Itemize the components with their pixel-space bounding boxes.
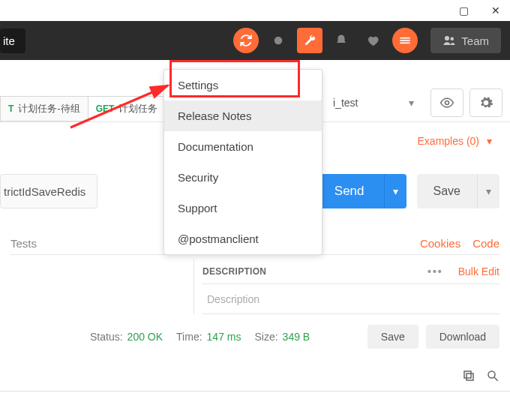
sync-icon[interactable] [233, 28, 259, 53]
svg-line-11 [70, 86, 168, 128]
svg-rect-3 [400, 43, 410, 44]
bell-icon[interactable] [328, 28, 354, 53]
code-link[interactable]: Code [472, 237, 500, 250]
environment-select[interactable]: i_test ▾ [322, 88, 424, 117]
time-value: 147 ms [207, 331, 242, 343]
window-maximize-icon[interactable]: ▢ [459, 4, 469, 16]
menu-item-release-notes[interactable]: Release Notes [164, 100, 322, 131]
chevron-down-icon: ▾ [487, 135, 492, 147]
column-header-description: DESCRIPTION [202, 266, 266, 277]
satellite-icon[interactable] [266, 28, 291, 53]
svg-point-6 [446, 101, 449, 105]
size-label: Size: [254, 331, 278, 343]
svg-rect-7 [466, 374, 473, 380]
examples-dropdown[interactable]: Examples (0) ▾ [418, 135, 492, 147]
save-dropdown[interactable]: ▾ [477, 174, 500, 208]
wrench-dropdown-menu: Settings Release Notes Documentation Sec… [164, 69, 322, 255]
copy-icon[interactable] [462, 369, 476, 382]
description-placeholder: Description [207, 293, 260, 305]
team-button-label: Team [461, 34, 489, 47]
request-url-fragment: trictIdSaveRedis [4, 185, 86, 198]
annotation-arrow [68, 81, 180, 134]
time-label: Time: [176, 331, 202, 343]
menu-item-documentation[interactable]: Documentation [164, 131, 322, 162]
user-avatar[interactable] [392, 28, 418, 53]
status-label: Status: [90, 331, 123, 343]
examples-label: Examples (0) [418, 135, 479, 147]
environment-quicklook-button[interactable] [430, 88, 464, 117]
cookies-link[interactable]: Cookies [420, 237, 460, 250]
svg-point-9 [488, 371, 495, 378]
menu-item-settings[interactable]: Settings [164, 70, 322, 100]
invite-button[interactable]: ite [0, 28, 26, 53]
svg-rect-1 [400, 38, 410, 39]
download-response-button[interactable]: Download [426, 325, 500, 349]
menu-item-twitter[interactable]: @postmanclient [164, 224, 322, 254]
wrench-icon[interactable] [297, 28, 322, 53]
menu-item-support[interactable]: Support [164, 193, 322, 224]
save-response-button[interactable]: Save [368, 325, 418, 349]
svg-rect-8 [464, 371, 471, 378]
save-request-button[interactable]: Save [417, 174, 477, 208]
svg-line-10 [494, 377, 498, 381]
svg-point-5 [451, 38, 454, 41]
team-button[interactable]: Team [430, 28, 501, 53]
description-input[interactable]: Description [202, 284, 500, 314]
svg-point-4 [445, 36, 449, 40]
send-dropdown[interactable]: ▾ [384, 174, 406, 208]
send-button[interactable]: Send [315, 174, 384, 208]
bulk-edit-link[interactable]: Bulk Edit [458, 266, 500, 278]
tab-tests[interactable]: Tests [10, 237, 37, 250]
tab-method: T [8, 104, 14, 114]
environment-selected: i_test [333, 97, 358, 109]
search-icon[interactable] [486, 369, 500, 382]
more-icon[interactable]: ••• [423, 266, 448, 278]
menu-item-security[interactable]: Security [164, 162, 322, 193]
heart-icon[interactable] [360, 28, 386, 53]
environment-settings-button[interactable] [470, 88, 502, 117]
top-toolbar: ite Team [0, 21, 510, 60]
svg-rect-2 [400, 40, 410, 41]
status-value: 200 OK [128, 331, 163, 343]
svg-point-0 [274, 37, 283, 45]
size-value: 349 B [283, 331, 310, 343]
window-close-icon[interactable]: ✕ [491, 4, 500, 16]
request-url-input[interactable]: trictIdSaveRedis [0, 174, 98, 208]
chevron-down-icon: ▾ [409, 97, 414, 109]
